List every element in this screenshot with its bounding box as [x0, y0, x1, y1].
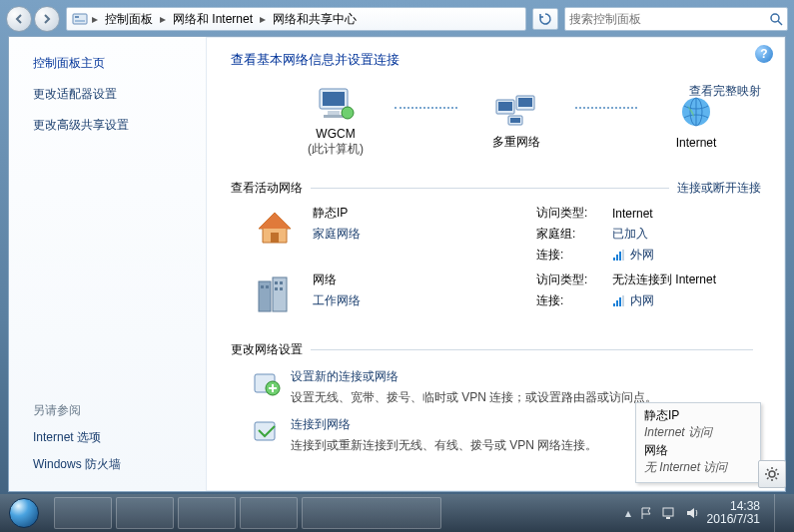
taskbar-app[interactable] — [178, 497, 236, 529]
value: 无法连接到 Internet — [612, 271, 716, 288]
svg-rect-0 — [73, 14, 87, 24]
flag-icon[interactable] — [639, 506, 653, 520]
label: 家庭组: — [536, 226, 606, 243]
svg-line-44 — [776, 478, 778, 480]
gear-button[interactable] — [758, 460, 786, 488]
network-card: 静态IP 家庭网络 访问类型: Internet 家庭组: 已加入 连接: 外网 — [251, 205, 761, 264]
system-tray: ▴ 14:38 2016/7/31 — [625, 494, 786, 532]
homegroup-link[interactable]: 已加入 — [612, 226, 654, 243]
network-type-link[interactable]: 家庭网络 — [313, 226, 522, 243]
map-node-computer[interactable]: WGCM (此计算机) — [281, 85, 391, 158]
svg-rect-25 — [275, 281, 278, 284]
breadcrumb-sep: ▸ — [259, 8, 267, 30]
connection-link[interactable]: 外网 — [612, 247, 654, 264]
help-icon[interactable]: ? — [755, 45, 773, 63]
connect-network-icon — [251, 416, 281, 446]
svg-rect-18 — [271, 233, 279, 243]
start-button[interactable] — [0, 494, 48, 532]
sidebar-link-firewall[interactable]: Windows 防火墙 — [33, 456, 192, 473]
sidebar-home-link[interactable]: 控制面板主页 — [33, 55, 192, 72]
network-map: WGCM (此计算机) 多重网络 Internet — [281, 85, 751, 158]
svg-rect-47 — [663, 508, 673, 516]
window-body: 控制面板主页 更改适配器设置 更改高级共享设置 另请参阅 Internet 选项… — [8, 36, 786, 492]
label: 访问类型: — [536, 205, 606, 222]
nav-buttons — [6, 6, 60, 32]
breadcrumb[interactable]: ▸ 控制面板 ▸ 网络和 Internet ▸ 网络和共享中心 — [66, 7, 526, 31]
svg-rect-30 — [266, 285, 269, 288]
tooltip-row: 网络 无 Internet 访问 — [644, 442, 752, 476]
breadcrumb-item[interactable]: 网络和共享中心 — [269, 8, 361, 30]
breadcrumb-item[interactable]: 控制面板 — [101, 8, 157, 30]
signal-icon — [612, 295, 626, 307]
main-panel: ? 查看基本网络信息并设置连接 查看完整映射 WGCM (此计算机) 多重网络 — [207, 37, 785, 491]
map-node-label: WGCM — [316, 127, 355, 141]
show-desktop-button[interactable] — [774, 494, 786, 532]
section-title: 更改网络设置 — [231, 341, 303, 358]
svg-rect-48 — [666, 517, 670, 519]
date: 2016/7/31 — [707, 513, 760, 526]
section-active-networks: 查看活动网络 连接或断开连接 — [231, 180, 761, 197]
svg-rect-29 — [261, 285, 264, 288]
task-title[interactable]: 设置新的连接或网络 — [291, 368, 657, 385]
see-also-heading: 另请参阅 — [33, 402, 192, 419]
search-input[interactable] — [569, 12, 769, 26]
svg-point-3 — [771, 14, 779, 22]
svg-point-38 — [769, 471, 775, 477]
network-type-link[interactable]: 工作网络 — [313, 292, 522, 309]
search-box[interactable] — [564, 7, 788, 31]
sidebar-link-advanced-sharing[interactable]: 更改高级共享设置 — [33, 117, 192, 134]
svg-rect-27 — [275, 287, 278, 290]
value: Internet — [612, 205, 654, 222]
address-bar: ▸ 控制面板 ▸ 网络和 Internet ▸ 网络和共享中心 — [6, 6, 788, 32]
breadcrumb-sep: ▸ — [91, 8, 99, 30]
map-connector — [575, 107, 638, 109]
svg-rect-31 — [613, 303, 615, 306]
setup-connection-icon — [251, 368, 281, 398]
svg-rect-8 — [324, 115, 344, 118]
map-node-label: Internet — [676, 136, 717, 150]
clock[interactable]: 14:38 2016/7/31 — [707, 500, 760, 526]
svg-rect-22 — [622, 250, 624, 261]
connect-disconnect-link[interactable]: 连接或断开连接 — [677, 180, 761, 197]
taskbar-app[interactable] — [54, 497, 112, 529]
work-network-icon — [251, 271, 299, 319]
map-node-internet[interactable]: Internet — [641, 94, 751, 150]
svg-rect-2 — [75, 20, 85, 22]
svg-rect-19 — [613, 258, 615, 261]
svg-point-9 — [342, 107, 354, 119]
forward-button[interactable] — [34, 6, 60, 32]
sidebar-link-internet-options[interactable]: Internet 选项 — [33, 429, 192, 446]
refresh-button[interactable] — [532, 8, 558, 30]
task-desc: 连接到或重新连接到无线、有线、拨号或 VPN 网络连接。 — [291, 437, 597, 454]
map-node-label: 多重网络 — [492, 134, 540, 151]
control-panel-icon — [71, 10, 89, 28]
computer-icon — [314, 85, 358, 123]
taskbar-app[interactable] — [302, 497, 441, 529]
network-tooltip: 静态IP Internet 访问 网络 无 Internet 访问 — [635, 402, 761, 483]
svg-line-46 — [767, 478, 769, 480]
breadcrumb-item[interactable]: 网络和 Internet — [169, 8, 257, 30]
section-title: 查看活动网络 — [231, 180, 303, 197]
task-item[interactable]: 设置新的连接或网络 设置无线、宽带、拨号、临时或 VPN 连接；或设置路由器或访… — [251, 368, 761, 406]
sidebar-link-adapter[interactable]: 更改适配器设置 — [33, 86, 192, 103]
network-name: 静态IP — [313, 205, 522, 222]
multi-network-icon — [494, 92, 538, 130]
taskbar: ▴ 14:38 2016/7/31 — [0, 494, 794, 532]
volume-icon[interactable] — [685, 506, 699, 520]
network-tray-icon[interactable] — [661, 506, 677, 520]
map-node-multi[interactable]: 多重网络 — [461, 92, 571, 151]
tray-up-icon[interactable]: ▴ — [625, 506, 631, 520]
map-connector — [395, 107, 457, 109]
svg-line-43 — [767, 469, 769, 471]
network-name: 网络 — [313, 271, 522, 288]
taskbar-app[interactable] — [116, 497, 174, 529]
connection-link[interactable]: 内网 — [612, 292, 716, 309]
svg-rect-20 — [616, 255, 618, 261]
taskbar-app[interactable] — [240, 497, 298, 529]
task-title[interactable]: 连接到网络 — [291, 416, 597, 433]
back-button[interactable] — [6, 6, 32, 32]
label: 连接: — [536, 292, 606, 309]
svg-rect-13 — [518, 98, 532, 107]
network-card: 网络 工作网络 访问类型: 无法连接到 Internet 连接: 内网 — [251, 271, 761, 319]
map-node-sub: (此计算机) — [308, 141, 364, 158]
